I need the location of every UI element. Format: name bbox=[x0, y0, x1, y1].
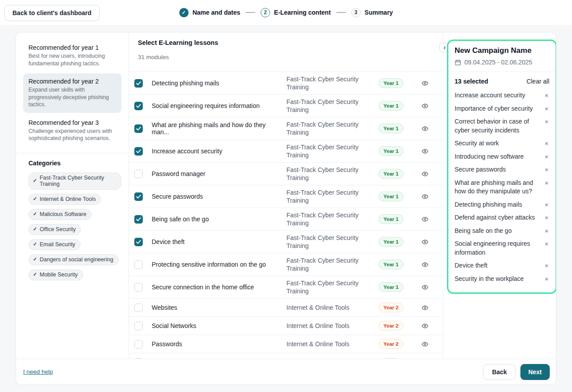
check-icon: ✓ bbox=[33, 226, 37, 232]
table-row: Social engineering requires informationF… bbox=[129, 95, 443, 117]
lesson-title: Device theft bbox=[152, 238, 286, 245]
category-chip-label: Fast-Track Cyber Security Training bbox=[40, 175, 116, 187]
category-chip[interactable]: ✓Fast-Track Cyber Security Training bbox=[28, 172, 121, 190]
remove-lesson-button[interactable]: × bbox=[545, 91, 549, 99]
preview-lesson-button[interactable] bbox=[421, 284, 429, 291]
preview-lesson-button[interactable] bbox=[421, 323, 429, 329]
preview-lesson-button[interactable] bbox=[421, 193, 429, 200]
lesson-checkbox[interactable] bbox=[134, 192, 143, 201]
preview-lesson-button[interactable] bbox=[421, 216, 429, 223]
step-1[interactable]: ✓Name and dates bbox=[179, 8, 240, 17]
lesson-checkbox[interactable] bbox=[134, 124, 143, 133]
preview-lesson-button[interactable] bbox=[421, 239, 429, 245]
selected-lesson-item: What are phishing mails and how do they … bbox=[455, 176, 549, 198]
remove-lesson-button[interactable]: × bbox=[545, 261, 549, 269]
preview-lesson-button[interactable] bbox=[421, 103, 429, 109]
back-button[interactable]: Back bbox=[483, 364, 516, 380]
date-range-text: 09.04.2025 - 02.06.2025 bbox=[464, 59, 532, 66]
category-chip[interactable]: ✓Internet & Online Tools bbox=[28, 194, 101, 205]
year-badge: Year 1 bbox=[379, 260, 403, 269]
category-chip[interactable]: ✓Mobile Security bbox=[28, 269, 83, 280]
recommendation-description: Expand user skills with progressively de… bbox=[28, 86, 116, 108]
help-link[interactable]: I need help bbox=[23, 368, 53, 375]
step-2[interactable]: 2E-Learning content bbox=[261, 8, 331, 17]
preview-lesson-button[interactable] bbox=[421, 125, 429, 132]
recommendation-item-year-2[interactable]: Recommended for year 2Expand user skills… bbox=[23, 73, 121, 113]
next-button[interactable]: Next bbox=[520, 364, 550, 380]
remove-lesson-button[interactable]: × bbox=[545, 139, 549, 147]
eye-icon bbox=[421, 239, 429, 245]
preview-lesson-button[interactable] bbox=[421, 261, 429, 268]
check-icon: ✓ bbox=[33, 196, 37, 202]
eye-icon bbox=[421, 341, 429, 348]
lesson-checkbox[interactable] bbox=[134, 102, 143, 110]
remove-lesson-button[interactable]: × bbox=[545, 104, 549, 112]
step-label: Name and dates bbox=[193, 9, 240, 16]
step-3[interactable]: 3Summary bbox=[351, 8, 393, 17]
preview-lesson-button[interactable] bbox=[421, 171, 429, 177]
selected-count: 13 selected bbox=[455, 78, 488, 85]
check-icon bbox=[136, 217, 141, 221]
filters-sidebar: Recommended for year 1Best for new users… bbox=[16, 32, 129, 359]
back-to-dashboard-button[interactable]: Back to client's dashboard bbox=[4, 5, 100, 21]
table-row: Increase account securityFast-Track Cybe… bbox=[129, 140, 443, 163]
year-badge: Year 1 bbox=[379, 282, 403, 292]
lesson-checkbox[interactable] bbox=[134, 238, 143, 246]
lesson-category: Fast-Track Cyber Security Training bbox=[286, 98, 375, 114]
selected-lesson-label: Correct behavior in case of cyber securi… bbox=[455, 117, 537, 135]
lesson-title: Password manager bbox=[152, 170, 286, 177]
lesson-list-header: Select E-Learning lessons 31 modules bbox=[129, 32, 443, 72]
selected-lesson-item: Detecting phishing mails× bbox=[455, 198, 549, 212]
remove-lesson-button[interactable]: × bbox=[545, 152, 549, 160]
remove-lesson-button[interactable]: × bbox=[545, 227, 549, 234]
category-chip[interactable]: ✓Malicious Software bbox=[28, 209, 92, 220]
remove-lesson-button[interactable]: × bbox=[545, 275, 549, 282]
recommendation-list: Recommended for year 1Best for new users… bbox=[23, 40, 121, 147]
lesson-checkbox[interactable] bbox=[134, 283, 143, 292]
preview-lesson-button[interactable] bbox=[421, 341, 429, 348]
lesson-checkbox[interactable] bbox=[134, 170, 143, 178]
preview-lesson-button[interactable] bbox=[421, 80, 429, 87]
lesson-checkbox[interactable] bbox=[134, 79, 143, 88]
step-separator bbox=[246, 12, 255, 13]
check-icon: ✓ bbox=[33, 256, 37, 262]
clear-all-button[interactable]: Clear all bbox=[527, 78, 549, 85]
recommendation-item-year-1[interactable]: Recommended for year 1Best for new users… bbox=[23, 40, 121, 72]
step-label: Summary bbox=[365, 9, 393, 16]
lesson-checkbox[interactable] bbox=[134, 260, 143, 269]
table-row bbox=[129, 353, 443, 359]
preview-lesson-button[interactable] bbox=[421, 148, 429, 155]
lesson-checkbox[interactable] bbox=[134, 215, 143, 224]
wizard-card: Recommended for year 1Best for new users… bbox=[16, 32, 556, 385]
category-chip-label: Malicious Software bbox=[40, 211, 86, 217]
lesson-checkbox[interactable] bbox=[134, 147, 143, 156]
category-chip[interactable]: ✓Email Security bbox=[28, 239, 81, 250]
category-chip[interactable]: ✓Dangers of social engineering bbox=[28, 254, 119, 265]
top-bar: Back to client's dashboard ✓Name and dat… bbox=[0, 0, 572, 25]
remove-lesson-button[interactable]: × bbox=[545, 165, 549, 173]
category-chip-label: Email Security bbox=[40, 241, 75, 248]
lesson-checkbox[interactable] bbox=[134, 322, 143, 330]
preview-lesson-button[interactable] bbox=[421, 304, 429, 311]
calendar-icon bbox=[455, 59, 461, 66]
step-number: 3 bbox=[351, 8, 361, 17]
remove-lesson-button[interactable]: × bbox=[545, 179, 549, 186]
category-chip[interactable]: ✓Office Security bbox=[28, 224, 81, 235]
table-row: Being safe on the goFast-Track Cyber Sec… bbox=[129, 208, 443, 231]
selected-lesson-item: Correct behavior in case of cyber securi… bbox=[455, 115, 549, 137]
recommendation-title: Recommended for year 1 bbox=[28, 44, 116, 51]
recommendation-item-year-3[interactable]: Recommended for year 3Challenge experien… bbox=[23, 115, 121, 147]
remove-lesson-button[interactable]: × bbox=[545, 117, 549, 125]
selected-lesson-label: Defend against cyber attacks bbox=[455, 213, 535, 222]
category-chip-label: Internet & Online Tools bbox=[40, 196, 96, 202]
year-badge: Year 1 bbox=[379, 214, 403, 224]
remove-lesson-button[interactable]: × bbox=[545, 240, 549, 247]
lesson-checkbox[interactable] bbox=[134, 340, 143, 348]
table-row: Detecting phishing mailsFast-Track Cyber… bbox=[129, 72, 443, 95]
table-row: WebsitesInternet & Online ToolsYear 2 bbox=[129, 299, 443, 317]
year-badge: Year 1 bbox=[379, 124, 403, 133]
lesson-checkbox[interactable] bbox=[134, 304, 143, 312]
year-badge: Year 2 bbox=[379, 321, 403, 331]
remove-lesson-button[interactable]: × bbox=[545, 213, 549, 221]
remove-lesson-button[interactable]: × bbox=[545, 200, 549, 208]
